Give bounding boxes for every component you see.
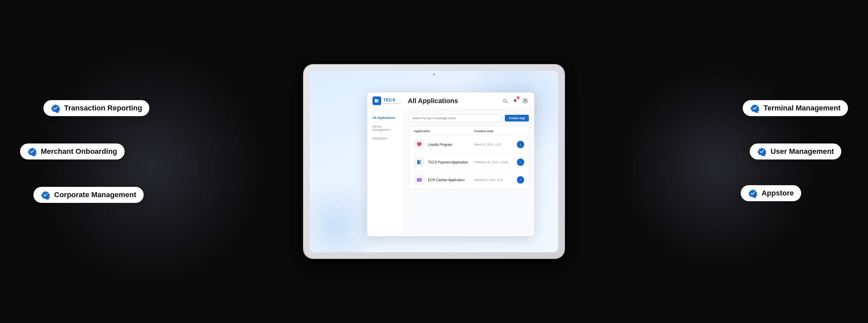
verified-icon-corporate (41, 190, 50, 200)
badge-text-merchant-onboarding: Merchant Onboarding (41, 147, 117, 156)
search-icon-btn[interactable] (501, 97, 509, 104)
monitor-screen: TECS payment solutions All Applications (310, 71, 558, 252)
row-app-info-tecs: TECS Payment Application (414, 157, 474, 168)
row-arrow-btn-ecr[interactable]: › (517, 176, 524, 183)
bg-blob-right (617, 67, 818, 267)
svg-point-4 (525, 100, 526, 101)
search-row: Create App (409, 114, 529, 122)
svg-rect-9 (418, 180, 421, 181)
search-icon (503, 99, 507, 103)
bell-icon (513, 99, 518, 103)
app-name-loyalty: Loyalty Program (428, 143, 453, 146)
badge-corporate-management: Corporate Management (33, 187, 144, 203)
search-input[interactable] (409, 114, 501, 122)
row-date-ecr: January 4, 2021, 6:15 (474, 178, 514, 182)
notification-badge: 1 (517, 97, 520, 99)
profile-icon-btn[interactable] (522, 97, 529, 104)
app-main: Create App Application Creation Date (404, 109, 534, 236)
row-arrow-loyalty: › (514, 141, 524, 148)
app-header-title: All Applications (401, 97, 501, 105)
svg-rect-6 (417, 178, 422, 182)
verified-icon-terminal (750, 103, 760, 113)
table-row: Loyalty Program March 3, 2021, 1:02 › (409, 136, 529, 153)
sidebar-item-all-applications[interactable]: All Applications (371, 114, 400, 121)
row-app-info-ecr: ECR Cashier Application (414, 175, 474, 185)
row-arrow-ecr: › (514, 176, 524, 183)
tecs-payment-icon (416, 159, 423, 166)
badge-appstore: Appstore (741, 185, 801, 201)
camera-dot (433, 73, 435, 75)
verified-icon-appstore (748, 188, 757, 198)
badge-text-corporate-management: Corporate Management (54, 190, 136, 199)
tecs-logo-icon (373, 97, 381, 105)
badge-text-appstore: Appstore (762, 189, 794, 198)
table-header: Application Creation Date (409, 127, 529, 136)
app-logo: TECS payment solutions (373, 97, 401, 105)
app-name-tecs: TECS Payment Application (428, 160, 468, 164)
logo-text: TECS payment solutions (383, 98, 401, 104)
badge-text-transaction-reporting: Transaction Reporting (64, 104, 142, 112)
badge-user-management: User Management (750, 143, 841, 159)
row-arrow-btn-loyalty[interactable]: › (517, 141, 524, 148)
monitor-frame: TECS payment solutions All Applications (304, 65, 564, 258)
row-arrow-tecs: › (514, 158, 524, 166)
row-date-tecs: February 16, 2021, 10:48 (474, 160, 514, 164)
badge-text-user-management: User Management (770, 147, 834, 156)
app-table: Application Creation Date (409, 127, 529, 188)
row-app-info: Loyalty Program (414, 139, 474, 150)
svg-rect-7 (418, 179, 419, 180)
app-name-ecr: ECR Cashier Application (428, 178, 465, 182)
row-date-loyalty: March 3, 2021, 1:02 (474, 143, 514, 146)
app-icon-wrap-tecs (414, 157, 425, 168)
badge-merchant-onboarding: Merchant Onboarding (20, 143, 125, 159)
badge-transaction-reporting: Transaction Reporting (43, 100, 149, 116)
loyalty-icon (416, 141, 423, 148)
col-action-header (514, 130, 524, 133)
verified-icon-user (757, 147, 767, 156)
ecr-cashier-icon (416, 177, 423, 183)
header-icons: 1 (501, 97, 529, 104)
verified-icon-transaction (51, 103, 60, 113)
svg-line-2 (506, 102, 507, 103)
notification-icon-btn[interactable]: 1 (512, 97, 519, 104)
create-app-button[interactable]: Create App (505, 115, 529, 121)
monitor-wrapper: TECS payment solutions All Applications (284, 45, 584, 278)
app-ui: TECS payment solutions All Applications (367, 93, 534, 236)
badge-text-terminal-management: Terminal Management (764, 104, 841, 112)
app-sidebar: All Applications Device Management Distr… (367, 109, 404, 236)
profile-icon (523, 98, 528, 103)
svg-rect-8 (420, 179, 421, 180)
logo-tecs-label: TECS (383, 98, 401, 102)
logo-sub-label: payment solutions (383, 102, 401, 104)
bg-blob-left (33, 50, 267, 284)
app-icon-wrap-ecr (414, 175, 425, 185)
table-row: TECS Payment Application February 16, 20… (409, 153, 529, 171)
app-header: TECS payment solutions All Applications (367, 93, 534, 109)
col-date-header: Creation Date (474, 130, 514, 133)
app-body: All Applications Device Management Distr… (367, 109, 534, 236)
table-row: ECR Cashier Application January 4, 2021,… (409, 171, 529, 188)
sidebar-item-device-management[interactable]: Device Management (371, 123, 400, 134)
sidebar-item-distribution[interactable]: Distribution (371, 135, 400, 142)
row-arrow-btn-tecs[interactable]: › (517, 158, 524, 166)
badge-terminal-management: Terminal Management (743, 100, 848, 116)
verified-icon-merchant (27, 147, 37, 156)
app-icon-wrap-loyalty (414, 139, 425, 150)
col-application-header: Application (414, 130, 474, 133)
